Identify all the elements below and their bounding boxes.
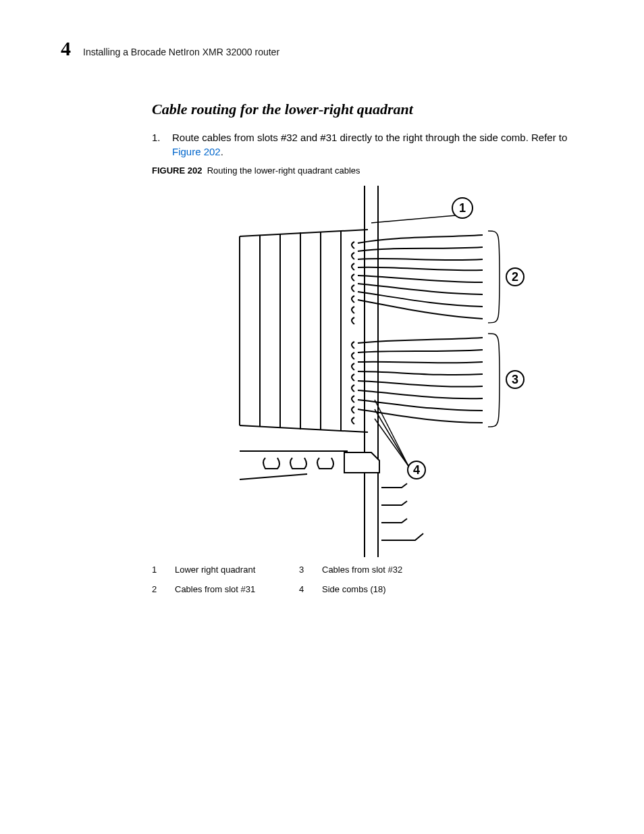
legend-num-1: 1 <box>152 565 164 575</box>
callout-4: 4 <box>412 463 419 477</box>
section-heading: Cable routing for the lower-right quadra… <box>152 101 583 118</box>
figure-label: FIGURE 202 <box>152 165 202 176</box>
figure-caption: FIGURE 202 Routing the lower-right quadr… <box>152 165 583 176</box>
step-number: 1. <box>152 130 164 159</box>
svg-line-12 <box>375 419 408 466</box>
legend-text-3: Cables from slot #32 <box>322 565 435 575</box>
callout-2: 2 <box>511 270 518 284</box>
svg-line-14 <box>375 400 408 466</box>
callout-1: 1 <box>458 201 465 215</box>
figure-legend: 1 Lower right quadrant 3 Cables from slo… <box>152 565 435 594</box>
svg-line-2 <box>240 425 368 432</box>
chapter-number: 4 <box>61 37 71 60</box>
step-text: Route cables from slots #32 and #31 dire… <box>172 130 583 159</box>
callout-3: 3 <box>511 373 518 386</box>
legend-text-2: Cables from slot #31 <box>175 584 288 594</box>
svg-line-11 <box>240 474 307 479</box>
legend-text-1: Lower right quadrant <box>175 565 288 575</box>
page-header: 4 Installing a Brocade NetIron XMR 32000… <box>61 37 583 60</box>
step-1: 1. Route cables from slots #32 and #31 d… <box>152 130 583 159</box>
legend-num-4: 4 <box>299 584 311 594</box>
figure-crossref-link[interactable]: Figure 202 <box>172 146 221 157</box>
svg-line-16 <box>371 215 456 223</box>
figure-caption-text: Routing the lower-right quadrant cables <box>207 165 360 176</box>
running-title: Installing a Brocade NetIron XMR 32000 r… <box>83 47 279 57</box>
legend-num-3: 3 <box>299 565 311 575</box>
figure-image: 1 2 3 4 <box>152 182 583 561</box>
legend-num-2: 2 <box>152 584 164 594</box>
svg-line-13 <box>375 409 408 466</box>
svg-line-0 <box>240 230 368 236</box>
legend-text-4: Side combs (18) <box>322 584 435 594</box>
cable-routing-diagram-icon: 1 2 3 4 <box>192 182 543 561</box>
